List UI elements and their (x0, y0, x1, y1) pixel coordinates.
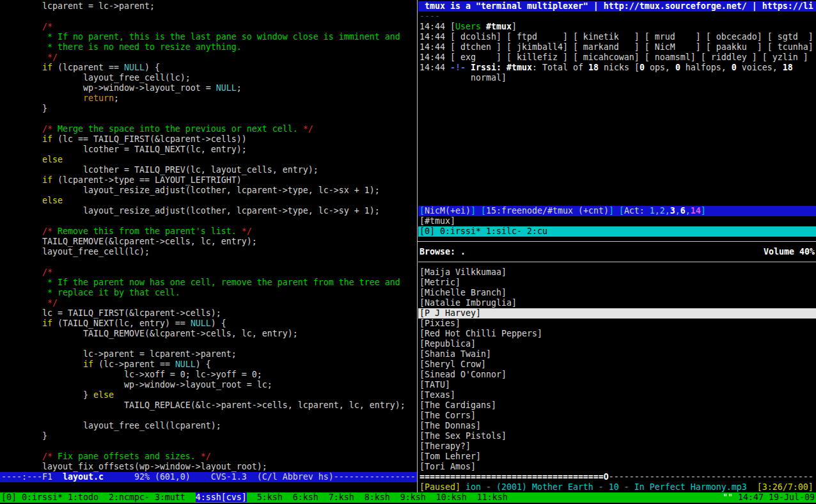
code-line: */ (1, 298, 416, 308)
text-segment (1, 226, 42, 236)
irssi-message-area: ----14:44 [Users #tmux]14:44 [ dcolish] … (420, 12, 816, 83)
text-segment (1, 452, 42, 461)
text-segment: else (93, 390, 114, 400)
code-line: if (lc->parent == NULL) { (1, 359, 416, 370)
tmux-clock: 14:47 19-Jul-09 (733, 492, 815, 502)
list-item[interactable]: [Therapy?] (418, 441, 816, 452)
irc-line: 14:44 [ exg ] [ killefiz ] [ micahcowan]… (420, 52, 816, 63)
list-item[interactable]: [Tom Lehrer] (418, 452, 816, 462)
text-segment: #tmux (506, 63, 532, 72)
text-segment: /* (42, 22, 52, 31)
code-line: return; (1, 93, 416, 104)
tmux-status-bar[interactable]: [0] 0:irssi* 1:todo 2:ncmpc- 3:mutt 4:ss… (0, 492, 816, 503)
list-item[interactable]: [The Donnas] (418, 421, 816, 431)
text-segment: return (83, 93, 114, 103)
code-line (1, 114, 416, 124)
text-segment (1, 63, 42, 72)
text-segment: /* (42, 452, 52, 461)
list-item[interactable]: [The Corrs] (418, 411, 816, 421)
code-line: lc->xoff = 0; lc->yoff = 0; (1, 370, 416, 380)
text-segment: Act: (624, 206, 650, 216)
text-segment (1, 32, 47, 42)
text-segment (614, 206, 619, 216)
pane-border-vertical (417, 0, 418, 492)
text-segment: wp->window->layout_root = (1, 83, 216, 93)
list-item[interactable]: [Texas] (418, 390, 816, 400)
list-item[interactable]: [Maija Vilkkumaa] (418, 267, 816, 278)
text-segment: TAILQ_REMOVE(&lcparent->cells, lc, entry… (1, 237, 257, 246)
text-segment: ; (237, 83, 242, 93)
code-line (1, 12, 416, 22)
list-item-selected[interactable]: [P J Harvey] (418, 308, 816, 319)
code-line: layout_free_cell(lcparent); (1, 421, 416, 431)
text-segment: (lc->parent == (93, 359, 175, 369)
code-line: */ (1, 52, 416, 63)
list-item[interactable]: [Pixies] (418, 319, 816, 329)
list-item[interactable]: [The Sex Pistols] (418, 431, 816, 441)
text-segment: ops, (645, 63, 675, 72)
code-line: } (1, 431, 416, 441)
nested-tmux-status-bar[interactable]: [0] 0:irssi* 1:silc- 2:cu (418, 226, 816, 237)
text-segment: 18 (783, 63, 793, 72)
emacs-code-pane[interactable]: lcparent = lc->parent; /* * If no parent… (1, 1, 416, 472)
text-segment: lcother = TAILQ_NEXT(lc, entry); (1, 145, 247, 154)
irssi-input-line[interactable]: [#tmux] (420, 216, 816, 226)
list-item[interactable]: [Red Hot Chilli Peppers] (418, 329, 816, 339)
text-segment: */ (201, 452, 211, 461)
text-segment: (lcparent == (52, 63, 124, 72)
list-item[interactable]: [Metric] (418, 278, 816, 288)
text-segment: 18 (588, 63, 599, 72)
code-line (1, 441, 416, 452)
text-segment: lcother = TAILQ_PREV(lc, layout_cells, e… (1, 165, 318, 175)
text-segment: 14:44 [ dtchen ] [ jkimball4] [ markand … (420, 42, 813, 52)
text-segment: -!- (450, 63, 466, 72)
list-item[interactable]: [Sheryl Crow] (418, 359, 816, 370)
ncmpc-now-playing-status: [Paused] ion - (2001) Mother Earth - 10 … (420, 482, 816, 492)
tmux-window-list-post[interactable]: 5:ksh 6:ksh 7:ksh 8:ksh 9:ksh 10:ksh 11:… (247, 492, 508, 502)
code-line: lc = TAILQ_FIRST(&lcparent->cells); (1, 308, 416, 319)
text-segment (476, 206, 481, 216)
code-line: else (1, 155, 416, 165)
tmux-current-window[interactable]: 4:ssh[cvs] (196, 492, 247, 502)
text-segment (481, 22, 486, 31)
code-line: if (TAILQ_NEXT(lc, entry) == NULL) { (1, 319, 416, 329)
text-segment (1, 267, 42, 277)
tmux-pane-title: "" (723, 492, 733, 502)
text-segment: ---- (420, 12, 440, 21)
list-item[interactable]: [Shania Twain] (418, 349, 816, 359)
text-segment: */ (303, 124, 313, 134)
text-segment (466, 63, 471, 72)
text-segment: , (686, 206, 691, 216)
text-segment: 1,2, (650, 206, 670, 216)
list-item[interactable]: [The Cardigans] (418, 400, 816, 411)
text-segment: [ (420, 206, 425, 216)
irc-line: normal] (420, 73, 816, 83)
text-segment (1, 175, 42, 185)
progress-knob: O (604, 472, 609, 482)
text-segment: ] (701, 206, 706, 216)
modeline-filename: layout.c (63, 472, 104, 482)
text-segment: else (42, 196, 63, 205)
tmux-window-list-pre[interactable]: [0] 0:irssi* 1:todo 2:ncmpc- 3:mutt (1, 492, 196, 502)
ncmpc-artist-list: [Maija Vilkkumaa][Metric][Michelle Branc… (418, 267, 816, 472)
text-segment: ) { (211, 319, 226, 328)
ncmpc-header-separator (418, 262, 816, 262)
code-line: layout_resize_adjust(lcother, lcparent->… (1, 185, 416, 196)
list-item[interactable]: [Sinead O'Connor] (418, 370, 816, 380)
irssi-topic-bar: tmux is a "terminal multiplexer" | http:… (418, 1, 816, 12)
list-item[interactable]: [Michelle Branch] (418, 288, 816, 298)
text-segment: #tmux (486, 22, 512, 31)
list-item[interactable]: [Tori Amos] (418, 462, 816, 472)
text-segment: 3 (670, 206, 675, 216)
list-item[interactable]: [TATU] (418, 380, 816, 390)
text-segment: 14 (691, 206, 701, 216)
text-segment: ) { (145, 63, 160, 72)
code-line: lcother = TAILQ_PREV(lc, layout_cells, e… (1, 165, 416, 175)
code-line: layout_fix_offsets(wp->window->layout_ro… (1, 462, 416, 472)
text-segment: layout_fix_offsets(wp->window->layout_ro… (1, 462, 267, 471)
list-item[interactable]: [Republica] (418, 339, 816, 349)
code-line: } (1, 104, 416, 114)
code-line: if (lc == TAILQ_FIRST(&lcparent->cells)) (1, 134, 416, 145)
list-item[interactable]: [Natalie Imbruglia] (418, 298, 816, 308)
text-segment: NULL (191, 319, 211, 328)
